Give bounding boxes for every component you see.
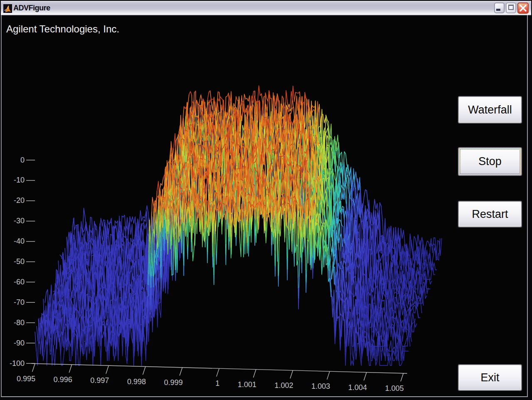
- svg-text:-50: -50: [14, 257, 25, 266]
- svg-text:0.997: 0.997: [90, 376, 109, 385]
- svg-text:0: 0: [20, 156, 25, 164]
- svg-text:1.001: 1.001: [238, 380, 256, 389]
- svg-text:-100: -100: [10, 359, 25, 368]
- svg-text:-10: -10: [14, 176, 25, 184]
- svg-text:-80: -80: [14, 319, 25, 327]
- svg-text:0.995: 0.995: [17, 375, 35, 383]
- svg-text:-90: -90: [14, 339, 25, 347]
- svg-text:-70: -70: [14, 298, 25, 306]
- svg-text:-60: -60: [14, 278, 25, 286]
- svg-text:1.005: 1.005: [385, 384, 404, 393]
- svg-text:0.999: 0.999: [164, 378, 183, 387]
- svg-text:0.998: 0.998: [127, 378, 146, 386]
- svg-text:1.002: 1.002: [274, 381, 293, 390]
- svg-text:1.003: 1.003: [311, 382, 330, 390]
- svg-text:1: 1: [215, 379, 219, 388]
- svg-text:1.004: 1.004: [348, 383, 367, 392]
- svg-text:-20: -20: [14, 196, 25, 205]
- svg-text:-40: -40: [14, 237, 25, 245]
- svg-text:0.996: 0.996: [53, 375, 72, 384]
- svg-text:-30: -30: [14, 217, 25, 225]
